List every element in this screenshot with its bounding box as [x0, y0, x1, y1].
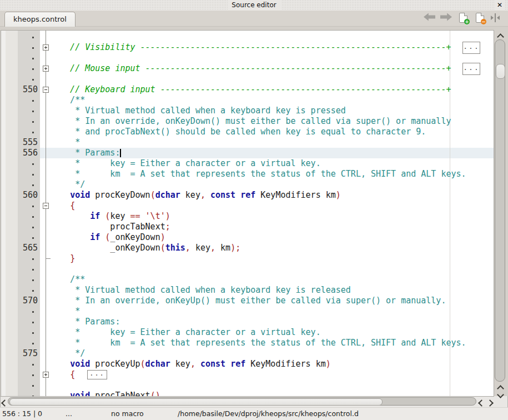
fold-expand-toggle[interactable]	[43, 372, 49, 378]
scroll-up-button[interactable]	[494, 31, 507, 38]
code-line[interactable]: * key = Either a character or a virtual …	[1, 327, 494, 338]
vertical-scrollbar-thumb[interactable]	[496, 64, 505, 79]
line-number[interactable]	[1, 222, 39, 232]
code-line[interactable]: */	[1, 179, 494, 190]
line-number[interactable]	[1, 264, 39, 274]
line-number[interactable]	[1, 53, 39, 63]
line-number[interactable]	[1, 95, 39, 106]
code-line[interactable]: * and procTabNext() should be called whe…	[1, 127, 494, 137]
line-number[interactable]	[1, 74, 39, 84]
code-line[interactable]: /**	[1, 95, 494, 106]
nav-forward-button[interactable]	[440, 13, 452, 24]
code-text[interactable]: *	[50, 306, 80, 317]
code-line[interactable]: * Params:	[1, 317, 494, 327]
line-number[interactable]	[1, 42, 39, 53]
fold-expand-toggle[interactable]	[43, 44, 49, 51]
collapsed-fold-ellipsis[interactable]: ...	[462, 63, 480, 75]
line-number[interactable]	[1, 317, 39, 327]
code-line[interactable]: 560 void procKeyDown(dchar key, const re…	[1, 190, 494, 201]
code-text[interactable]: // Keyboard input ----------------------…	[50, 84, 451, 95]
code-text[interactable]: * In an override, onKeyUp() must either …	[50, 296, 446, 306]
code-line[interactable]: 575 */	[1, 348, 494, 359]
code-line[interactable]: * Virtual method called when a keyboard …	[1, 106, 494, 116]
code-text[interactable]: */	[50, 348, 85, 359]
fold-collapse-toggle[interactable]	[43, 203, 49, 209]
code-line[interactable]: void procTabNext()	[1, 391, 494, 396]
code-text[interactable]: // Visibility --------------------------…	[50, 42, 451, 53]
line-number[interactable]	[1, 327, 39, 338]
nav-back-button[interactable]	[424, 13, 436, 24]
code-text[interactable]: * Virtual method called when a keyboard …	[50, 285, 351, 296]
code-text[interactable]: void procTabNext()	[50, 391, 160, 396]
code-line[interactable]: * km = A set that represents the status …	[1, 338, 494, 348]
code-text[interactable]: {	[50, 201, 75, 211]
close-icon[interactable]: ✕	[495, 1, 504, 10]
line-number[interactable]	[1, 359, 39, 369]
scroll-left-button-right[interactable]	[477, 397, 485, 406]
code-text[interactable]: * key = Either a character or a virtual …	[50, 327, 321, 338]
code-line[interactable]: * Virtual method called when a keyboard …	[1, 285, 494, 296]
code-text[interactable]: * key = Either a character or a virtual …	[50, 158, 321, 169]
line-number[interactable]	[1, 127, 39, 137]
line-number[interactable]: 570	[1, 296, 39, 306]
line-number[interactable]	[1, 285, 39, 296]
code-text[interactable]: // Mouse input -------------------------…	[50, 63, 451, 74]
code-text[interactable]: */	[50, 179, 85, 190]
line-number[interactable]: 560	[1, 190, 39, 201]
code-line[interactable]: 556 * Params:	[1, 148, 494, 158]
code-line[interactable]: // Mouse input -------------------------…	[1, 63, 494, 74]
code-line[interactable]: 550 // Keyboard input ------------------…	[1, 84, 494, 95]
code-line[interactable]	[1, 264, 494, 274]
code-text[interactable]: /**	[50, 274, 85, 285]
line-number[interactable]	[1, 116, 39, 127]
line-number[interactable]	[1, 338, 39, 348]
line-number[interactable]	[1, 158, 39, 169]
line-number[interactable]	[1, 274, 39, 285]
line-number[interactable]	[1, 253, 39, 264]
code-text[interactable]: }	[50, 253, 75, 264]
code-line[interactable]: 570 * In an override, onKeyUp() must eit…	[1, 296, 494, 306]
code-line[interactable]: {	[1, 201, 494, 211]
code-text[interactable]: if (_onKeyDown)	[50, 232, 165, 243]
scroll-down-button[interactable]	[494, 389, 507, 396]
vertical-scrollbar-track[interactable]	[495, 39, 505, 382]
collapsed-fold-ellipsis[interactable]: ...	[87, 370, 107, 379]
detach-editor-button[interactable]	[490, 13, 502, 24]
code-line[interactable]	[1, 380, 494, 391]
horizontal-scrollbar-thumb[interactable]	[9, 398, 383, 406]
code-text[interactable]: _onKeyDown(this, key, km);	[50, 243, 240, 253]
code-line[interactable]: void procKeyUp(dchar key, const ref KeyM…	[1, 359, 494, 369]
code-line[interactable]: * km = A set that represents the status …	[1, 169, 494, 179]
code-text[interactable]: * km = A set that represents the status …	[50, 169, 466, 179]
code-line[interactable]: 565 _onKeyDown(this, key, km);	[1, 243, 494, 253]
line-number[interactable]	[1, 106, 39, 116]
line-number[interactable]: 556	[1, 148, 39, 158]
line-number[interactable]	[1, 391, 39, 396]
line-number[interactable]	[1, 306, 39, 317]
line-number[interactable]	[1, 32, 39, 42]
collapsed-fold-ellipsis[interactable]: ...	[462, 42, 480, 54]
code-line[interactable]: {...	[1, 369, 494, 380]
line-number[interactable]	[1, 380, 39, 391]
horizontal-scrollbar-track[interactable]	[8, 397, 476, 406]
fold-expand-toggle[interactable]	[43, 66, 49, 72]
code-line[interactable]: procTabNext;	[1, 222, 494, 232]
line-number[interactable]	[1, 201, 39, 211]
code-text[interactable]: {	[50, 369, 75, 380]
horizontal-scrollbar[interactable]	[0, 396, 508, 407]
code-text[interactable]: procTabNext;	[50, 222, 170, 232]
line-number[interactable]	[1, 63, 39, 74]
code-text[interactable]: * Params:	[50, 148, 120, 158]
code-line[interactable]: if (key == '\t')	[1, 211, 494, 222]
code-line[interactable]: * key = Either a character or a virtual …	[1, 158, 494, 169]
line-number[interactable]: 565	[1, 243, 39, 253]
code-text[interactable]: if (key == '\t')	[50, 211, 170, 222]
code-line[interactable]: * In an override, onKeyDown() must eithe…	[1, 116, 494, 127]
code-text[interactable]: void procKeyUp(dchar key, const ref KeyM…	[50, 359, 331, 369]
scroll-right-button[interactable]	[486, 397, 494, 406]
code-line[interactable]: *	[1, 306, 494, 317]
line-number[interactable]	[1, 211, 39, 222]
code-line[interactable]	[1, 53, 494, 63]
code-text[interactable]: * Params:	[50, 317, 120, 327]
code-text[interactable]: * Virtual method called when a keyboard …	[50, 106, 346, 116]
